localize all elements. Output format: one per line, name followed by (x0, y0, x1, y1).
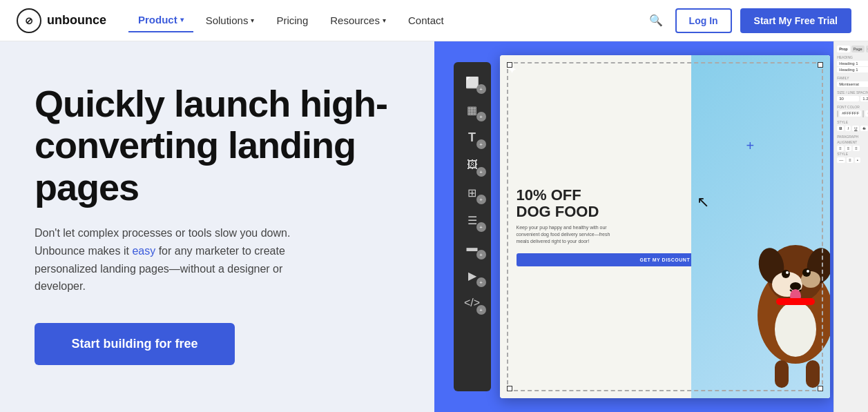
canvas-dog-image (691, 55, 830, 398)
prop-color-row: #FFFFFF #333333 (837, 110, 868, 117)
hero-left: Quickly launch high-converting landing p… (0, 41, 434, 393)
prop-value-size: 30 (837, 96, 859, 101)
prop-label-size: Size / Line Spacing (837, 90, 868, 95)
svg-rect-13 (775, 360, 789, 388)
svg-point-7 (802, 268, 811, 277)
hero-subtitle: Don't let complex processes or tools slo… (35, 224, 325, 295)
search-icon: 🔍 (649, 14, 663, 26)
toolbar-item-code[interactable]: </> + (457, 290, 488, 316)
svg-point-12 (775, 302, 816, 357)
toolbar-item-media[interactable]: ⊞ + (457, 179, 488, 206)
prop-align-row: ≡ ≡ ≡ (837, 146, 868, 152)
toolbar-item-text[interactable]: T + (457, 124, 488, 150)
properties-panel: Prop Page Goals Heading Heading 1 Headin… (833, 41, 868, 412)
prop-label-style2: Style (837, 152, 868, 156)
nav-item-contact[interactable]: Contact (398, 9, 454, 32)
prop-style-row2: — ≡ • (837, 157, 868, 164)
prop-value-line: 1.2 (860, 96, 868, 101)
form-icon: ☰ (467, 214, 477, 227)
toolbar-item-section[interactable]: ▦ + (457, 97, 488, 123)
canvas-inner: 10% OFF DOG FOOD Keep your pup happy and… (500, 55, 831, 398)
svg-rect-14 (806, 360, 820, 388)
svg-point-8 (786, 271, 789, 274)
goals-tab[interactable]: Goals (866, 46, 868, 52)
prop-italic[interactable]: I (845, 126, 851, 131)
prop-value-color: #FFFFFF (840, 110, 861, 117)
section-icon: ▦ (467, 104, 477, 117)
nav-links: Product ▾ Solutions ▾ Pricing Resources … (128, 8, 645, 32)
chevron-down-icon: ▾ (180, 16, 184, 23)
prop-size-section: Size / Line Spacing 30 1.2 (837, 90, 868, 102)
nav-item-solutions[interactable]: Solutions ▾ (196, 9, 264, 32)
selection-handle-tl (507, 62, 512, 68)
hero-editor-mockup: ✦ + ⬜ + ▦ + T + 🖼 + ⊞ + (434, 41, 869, 412)
image-icon: 🖼 (467, 159, 478, 171)
prop-label-paragraph: Paragraph (837, 135, 868, 139)
prop-paragraph-section: Paragraph Alignment ≡ ≡ ≡ Style — ≡ • (837, 135, 868, 164)
prop-style-section: Style B I U S (837, 120, 868, 132)
prop-color-section: Font Color #FFFFFF #333333 (837, 105, 868, 117)
logo-icon: ⊘ (17, 8, 41, 33)
prop-value-family: Montserrat (837, 81, 868, 87)
prop-value-color2: #333333 (865, 110, 868, 117)
hero-cta-button[interactable]: Start building for free (35, 323, 235, 365)
nav-item-product[interactable]: Product ▾ (128, 8, 193, 32)
selection-handle-bl (507, 386, 512, 391)
page-properties-tab[interactable]: Page (851, 46, 865, 52)
prop-label-color: Font Color (837, 105, 868, 109)
color-swatch-dark[interactable] (862, 110, 864, 117)
prop-value-heading: Heading 1 (837, 61, 868, 66)
subtitle-highlight: easy (132, 245, 155, 257)
media-icon: ⊞ (467, 186, 476, 199)
search-button[interactable]: 🔍 (645, 10, 667, 31)
nav-item-resources[interactable]: Resources ▾ (320, 9, 396, 32)
hero-title: Quickly launch high-converting landing p… (35, 83, 407, 208)
toolbar-item-video[interactable]: ▶ + (457, 262, 488, 288)
prop-size-row: 30 1.2 (837, 96, 868, 102)
logo-text: unbounce (47, 13, 106, 28)
prop-underline[interactable]: U (852, 126, 859, 131)
prop-align-right[interactable]: ≡ (853, 146, 860, 151)
button-icon: ▬ (467, 242, 478, 254)
navbar: ⊘ unbounce Product ▾ Solutions ▾ Pricing… (0, 0, 868, 41)
chevron-down-icon: ▾ (383, 17, 386, 24)
prop-style-2c[interactable]: • (855, 157, 860, 163)
svg-rect-15 (776, 298, 815, 305)
prop-align-center[interactable]: ≡ (845, 146, 852, 151)
prop-value-heading2: Heading 1 (837, 67, 868, 72)
login-button[interactable]: Log In (675, 8, 732, 33)
prop-style-2b[interactable]: ≡ (847, 157, 853, 163)
prop-style-row: B I U S (837, 126, 868, 132)
toolbar-item-form[interactable]: ☰ + (457, 207, 488, 233)
video-icon: ▶ (468, 269, 476, 282)
toolbar-item-layout[interactable]: ⬜ + (457, 69, 488, 95)
selection-handle-br (818, 386, 823, 391)
prop-label-heading: Heading (837, 55, 868, 59)
text-icon: T (468, 130, 476, 145)
properties-tab[interactable]: Prop (837, 46, 850, 52)
plus-decoration: + (746, 138, 754, 154)
properties-tabs: Prop Page Goals (837, 46, 868, 52)
hero-section: Quickly launch high-converting landing p… (0, 41, 868, 412)
prop-label-style: Style (837, 120, 868, 124)
prop-align-left[interactable]: ≡ (837, 146, 844, 151)
editor-toolbar: ⬜ + ▦ + T + 🖼 + ⊞ + ☰ + (454, 62, 491, 391)
prop-strikethrough[interactable]: S (860, 126, 867, 131)
prop-font-section: Family Montserrat (837, 76, 868, 88)
ad-description: Keep your pup happy and healthy with our… (517, 224, 613, 244)
toolbar-item-button[interactable]: ▬ + (457, 235, 488, 261)
prop-label-family: Family (837, 76, 868, 80)
nav-right: 🔍 Log In Start My Free Trial (645, 8, 851, 33)
prop-bold[interactable]: B (837, 126, 844, 131)
trial-button[interactable]: Start My Free Trial (740, 8, 851, 33)
selection-handle-tr (818, 62, 823, 68)
color-swatch-white[interactable] (837, 110, 838, 117)
svg-point-9 (807, 270, 809, 273)
toolbar-item-image[interactable]: 🖼 + (457, 152, 488, 178)
prop-heading-section: Heading Heading 1 Heading 1 (837, 55, 868, 73)
prop-label-alignment: Alignment (837, 140, 868, 144)
prop-style-2a[interactable]: — (837, 157, 845, 163)
nav-item-pricing[interactable]: Pricing (267, 9, 318, 32)
svg-point-6 (782, 270, 790, 278)
logo[interactable]: ⊘ unbounce (17, 8, 106, 33)
